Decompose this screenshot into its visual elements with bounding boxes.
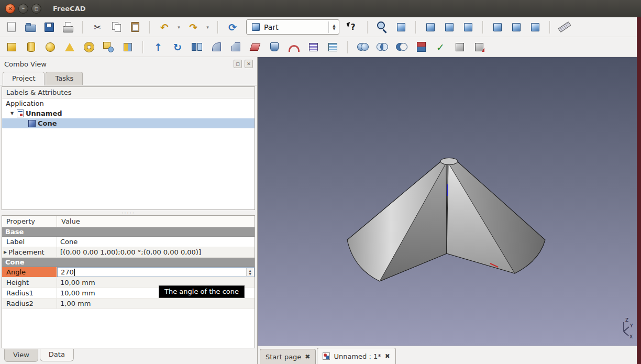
tree-item-document[interactable]: Unnamed: [2, 108, 255, 118]
workbench-selector[interactable]: Part: [246, 19, 339, 35]
spinbox-arrows-icon[interactable]: [246, 268, 253, 276]
fillet-icon[interactable]: [209, 40, 224, 54]
boolean-union-icon[interactable]: [356, 40, 370, 54]
loft-icon[interactable]: [267, 40, 282, 54]
toolbar-separator: [149, 21, 150, 34]
expand-placement-icon[interactable]: [4, 247, 7, 257]
refine-shape-icon[interactable]: [452, 40, 467, 54]
boolean-operation-icon[interactable]: [414, 40, 428, 54]
property-row-radius2[interactable]: Radius2 1,00 mm: [2, 299, 255, 309]
tree-item-label: Application: [6, 100, 44, 107]
angle-input[interactable]: 270: [57, 267, 255, 277]
whatsthis-icon[interactable]: ?: [346, 20, 360, 34]
top-view-icon[interactable]: [442, 20, 457, 34]
close-tab-icon[interactable]: [385, 352, 390, 360]
property-name: Radius2: [2, 299, 57, 308]
close-tab-icon[interactable]: [305, 353, 310, 360]
titlebar[interactable]: FreeCAD: [0, 0, 641, 17]
tab-view[interactable]: View: [4, 349, 38, 362]
freecad-window: FreeCAD ✂↶▾↷▾⟳ Part ? ↑↻✓ Combo View Pro…: [0, 0, 641, 364]
tree-item-application[interactable]: Application: [2, 98, 255, 108]
paste-icon[interactable]: [128, 20, 142, 34]
shape-builder-icon[interactable]: [120, 40, 135, 54]
file-toolbar-icons: ✂↶▾↷▾⟳: [4, 20, 240, 34]
property-name: Radius1: [2, 288, 57, 298]
left-view-icon[interactable]: [528, 20, 543, 34]
maximize-window-button[interactable]: [31, 4, 41, 14]
cone-model[interactable]: [347, 158, 545, 282]
axis-x-label: X: [629, 334, 633, 339]
property-value[interactable]: [(0,00 0,00 1,00);0,00 °;(0,00 0,00 0,00…: [57, 247, 255, 257]
undo-dropdown-icon[interactable]: ▾: [176, 20, 182, 34]
print-icon[interactable]: [61, 20, 75, 34]
workbench-dropdown-arrows-icon[interactable]: [328, 21, 337, 33]
bottom-view-icon[interactable]: [509, 20, 524, 34]
tab-data[interactable]: Data: [40, 349, 74, 361]
cross-sections-icon[interactable]: [325, 40, 340, 54]
ruled-surface-icon[interactable]: [248, 40, 262, 54]
property-group-cone[interactable]: Cone: [2, 258, 255, 267]
copy-icon[interactable]: [109, 20, 124, 34]
redo-icon[interactable]: ↷: [186, 20, 201, 34]
defeaturing-icon[interactable]: [472, 40, 487, 54]
chamfer-icon[interactable]: [228, 40, 243, 54]
cut-icon[interactable]: ✂: [90, 20, 105, 34]
boolean-cut-icon[interactable]: [394, 40, 409, 54]
create-primitives-icon[interactable]: [101, 40, 116, 54]
combo-view-tabs: Project Tasks: [0, 71, 257, 85]
tab-start-page[interactable]: Start page: [260, 349, 316, 364]
sweep-icon[interactable]: [286, 40, 301, 54]
box-icon[interactable]: [4, 40, 19, 54]
torus-icon[interactable]: [82, 40, 96, 54]
property-group-base[interactable]: Base: [2, 227, 255, 237]
workbench-part-icon: [250, 22, 261, 32]
tree-item-label: Unnamed: [26, 109, 62, 117]
cylinder-icon[interactable]: [24, 40, 38, 54]
rear-view-icon[interactable]: [490, 20, 505, 34]
panel-splitter[interactable]: ·····: [2, 210, 255, 215]
minimize-window-button[interactable]: [18, 4, 28, 14]
refresh-icon[interactable]: ⟳: [225, 20, 240, 34]
axonometric-view-icon[interactable]: [394, 20, 408, 34]
property-row-angle[interactable]: Angle 270: [2, 267, 255, 278]
column-property[interactable]: Property: [2, 216, 57, 227]
property-value[interactable]: 1,00 mm: [57, 299, 255, 308]
viewport-canvas[interactable]: Z Y X: [258, 57, 637, 346]
fit-all-icon[interactable]: [375, 20, 390, 34]
property-row-label[interactable]: Label Cone: [2, 237, 255, 247]
combo-view-panel: Combo View Project Tasks Labels & Attrib…: [0, 57, 258, 364]
float-dock-icon[interactable]: [234, 60, 242, 68]
section-icon[interactable]: [306, 40, 320, 54]
measure-distance-icon[interactable]: [557, 20, 572, 34]
tab-label: Start page: [266, 353, 301, 361]
3d-viewport[interactable]: Z Y X: [258, 57, 637, 346]
undo-icon[interactable]: ↶: [157, 20, 172, 34]
right-view-icon[interactable]: [461, 20, 476, 34]
redo-dropdown-icon[interactable]: ▾: [205, 20, 211, 34]
new-document-icon[interactable]: [4, 20, 19, 34]
dock-titlebar[interactable]: Combo View: [0, 57, 257, 71]
property-row-placement[interactable]: Placement [(0,00 0,00 1,00);0,00 °;(0,00…: [2, 247, 255, 258]
boolean-common-icon[interactable]: [375, 40, 390, 54]
mirror-icon[interactable]: [190, 40, 204, 54]
property-value[interactable]: Cone: [57, 237, 255, 247]
column-value[interactable]: Value: [57, 216, 255, 227]
close-dock-icon[interactable]: [245, 60, 253, 68]
tree-item-cone[interactable]: Cone: [2, 118, 255, 128]
tab-tasks[interactable]: Tasks: [46, 72, 83, 85]
close-window-button[interactable]: [5, 4, 15, 14]
sphere-icon[interactable]: [43, 40, 58, 54]
revolve-icon[interactable]: ↻: [170, 40, 185, 54]
save-icon[interactable]: [42, 20, 57, 34]
property-name: Height: [2, 278, 57, 288]
cone-icon[interactable]: [62, 40, 77, 54]
tab-unnamed-document[interactable]: Unnamed : 1*: [317, 348, 395, 364]
tab-project[interactable]: Project: [3, 72, 45, 85]
extrude-icon[interactable]: ↑: [151, 40, 165, 54]
open-icon[interactable]: [23, 20, 38, 34]
check-geometry-icon[interactable]: ✓: [433, 40, 448, 54]
toolbar-separator: [415, 21, 416, 34]
front-view-icon[interactable]: [423, 20, 438, 34]
expander-icon[interactable]: [9, 111, 15, 116]
property-editor: Property Value Base Label Cone Placement…: [2, 215, 255, 348]
